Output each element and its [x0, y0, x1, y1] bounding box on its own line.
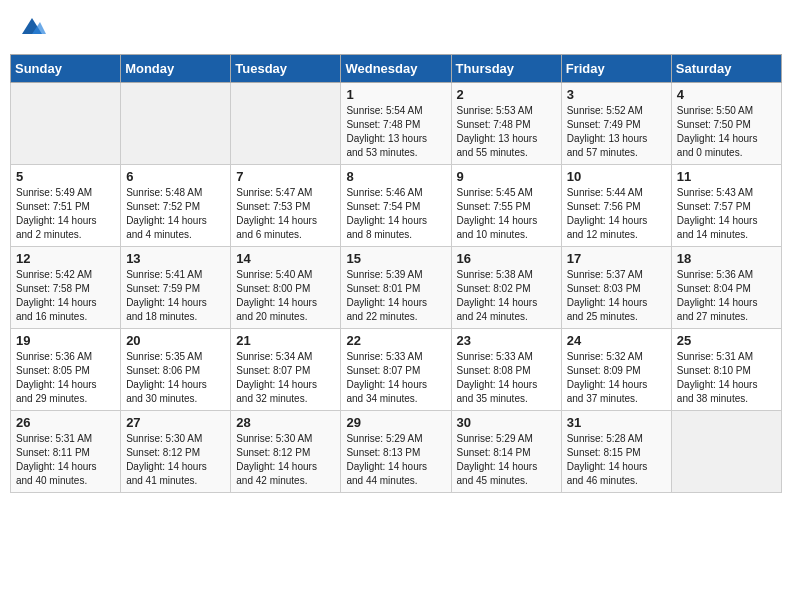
calendar-cell: 9Sunrise: 5:45 AMSunset: 7:55 PMDaylight…: [451, 165, 561, 247]
day-info: Sunrise: 5:29 AMSunset: 8:14 PMDaylight:…: [457, 432, 556, 488]
sunrise-text: Sunrise: 5:47 AM: [236, 187, 312, 198]
daylight-text: Daylight: 14 hours and 41 minutes.: [126, 461, 207, 486]
sunrise-text: Sunrise: 5:40 AM: [236, 269, 312, 280]
day-info: Sunrise: 5:39 AMSunset: 8:01 PMDaylight:…: [346, 268, 445, 324]
sunrise-text: Sunrise: 5:52 AM: [567, 105, 643, 116]
sunset-text: Sunset: 7:53 PM: [236, 201, 310, 212]
day-number: 7: [236, 169, 335, 184]
sunrise-text: Sunrise: 5:30 AM: [236, 433, 312, 444]
calendar-cell: 20Sunrise: 5:35 AMSunset: 8:06 PMDayligh…: [121, 329, 231, 411]
daylight-text: Daylight: 14 hours and 30 minutes.: [126, 379, 207, 404]
calendar-week-row: 1Sunrise: 5:54 AMSunset: 7:48 PMDaylight…: [11, 83, 782, 165]
daylight-text: Daylight: 14 hours and 42 minutes.: [236, 461, 317, 486]
sunset-text: Sunset: 8:14 PM: [457, 447, 531, 458]
day-info: Sunrise: 5:28 AMSunset: 8:15 PMDaylight:…: [567, 432, 666, 488]
calendar-cell: 22Sunrise: 5:33 AMSunset: 8:07 PMDayligh…: [341, 329, 451, 411]
day-number: 4: [677, 87, 776, 102]
daylight-text: Daylight: 14 hours and 10 minutes.: [457, 215, 538, 240]
page-header: [10, 10, 782, 46]
daylight-text: Daylight: 14 hours and 34 minutes.: [346, 379, 427, 404]
calendar-cell: 8Sunrise: 5:46 AMSunset: 7:54 PMDaylight…: [341, 165, 451, 247]
day-number: 3: [567, 87, 666, 102]
sunset-text: Sunset: 7:59 PM: [126, 283, 200, 294]
daylight-text: Daylight: 14 hours and 6 minutes.: [236, 215, 317, 240]
daylight-text: Daylight: 14 hours and 37 minutes.: [567, 379, 648, 404]
calendar-cell: 29Sunrise: 5:29 AMSunset: 8:13 PMDayligh…: [341, 411, 451, 493]
calendar-cell: 11Sunrise: 5:43 AMSunset: 7:57 PMDayligh…: [671, 165, 781, 247]
day-info: Sunrise: 5:36 AMSunset: 8:04 PMDaylight:…: [677, 268, 776, 324]
day-number: 24: [567, 333, 666, 348]
sunset-text: Sunset: 8:15 PM: [567, 447, 641, 458]
sunrise-text: Sunrise: 5:53 AM: [457, 105, 533, 116]
day-info: Sunrise: 5:43 AMSunset: 7:57 PMDaylight:…: [677, 186, 776, 242]
sunset-text: Sunset: 7:51 PM: [16, 201, 90, 212]
calendar-table: SundayMondayTuesdayWednesdayThursdayFrid…: [10, 54, 782, 493]
sunset-text: Sunset: 8:12 PM: [236, 447, 310, 458]
day-info: Sunrise: 5:36 AMSunset: 8:05 PMDaylight:…: [16, 350, 115, 406]
daylight-text: Daylight: 13 hours and 55 minutes.: [457, 133, 538, 158]
sunrise-text: Sunrise: 5:45 AM: [457, 187, 533, 198]
day-number: 31: [567, 415, 666, 430]
day-info: Sunrise: 5:37 AMSunset: 8:03 PMDaylight:…: [567, 268, 666, 324]
sunset-text: Sunset: 7:55 PM: [457, 201, 531, 212]
day-info: Sunrise: 5:46 AMSunset: 7:54 PMDaylight:…: [346, 186, 445, 242]
day-info: Sunrise: 5:38 AMSunset: 8:02 PMDaylight:…: [457, 268, 556, 324]
day-number: 14: [236, 251, 335, 266]
sunset-text: Sunset: 7:48 PM: [346, 119, 420, 130]
calendar-cell: [231, 83, 341, 165]
daylight-text: Daylight: 14 hours and 29 minutes.: [16, 379, 97, 404]
day-info: Sunrise: 5:30 AMSunset: 8:12 PMDaylight:…: [236, 432, 335, 488]
weekday-header: Monday: [121, 55, 231, 83]
calendar-cell: 28Sunrise: 5:30 AMSunset: 8:12 PMDayligh…: [231, 411, 341, 493]
daylight-text: Daylight: 14 hours and 18 minutes.: [126, 297, 207, 322]
day-info: Sunrise: 5:33 AMSunset: 8:08 PMDaylight:…: [457, 350, 556, 406]
day-number: 26: [16, 415, 115, 430]
sunrise-text: Sunrise: 5:32 AM: [567, 351, 643, 362]
day-number: 21: [236, 333, 335, 348]
daylight-text: Daylight: 14 hours and 22 minutes.: [346, 297, 427, 322]
day-info: Sunrise: 5:33 AMSunset: 8:07 PMDaylight:…: [346, 350, 445, 406]
day-number: 25: [677, 333, 776, 348]
day-number: 20: [126, 333, 225, 348]
weekday-header-row: SundayMondayTuesdayWednesdayThursdayFrid…: [11, 55, 782, 83]
daylight-text: Daylight: 14 hours and 44 minutes.: [346, 461, 427, 486]
day-info: Sunrise: 5:31 AMSunset: 8:11 PMDaylight:…: [16, 432, 115, 488]
sunrise-text: Sunrise: 5:36 AM: [16, 351, 92, 362]
sunset-text: Sunset: 8:04 PM: [677, 283, 751, 294]
sunset-text: Sunset: 7:54 PM: [346, 201, 420, 212]
daylight-text: Daylight: 14 hours and 25 minutes.: [567, 297, 648, 322]
sunrise-text: Sunrise: 5:37 AM: [567, 269, 643, 280]
daylight-text: Daylight: 13 hours and 57 minutes.: [567, 133, 648, 158]
sunset-text: Sunset: 8:08 PM: [457, 365, 531, 376]
daylight-text: Daylight: 14 hours and 16 minutes.: [16, 297, 97, 322]
daylight-text: Daylight: 14 hours and 4 minutes.: [126, 215, 207, 240]
calendar-cell: 21Sunrise: 5:34 AMSunset: 8:07 PMDayligh…: [231, 329, 341, 411]
weekday-header: Sunday: [11, 55, 121, 83]
sunrise-text: Sunrise: 5:35 AM: [126, 351, 202, 362]
sunrise-text: Sunrise: 5:29 AM: [457, 433, 533, 444]
day-info: Sunrise: 5:32 AMSunset: 8:09 PMDaylight:…: [567, 350, 666, 406]
calendar-cell: 14Sunrise: 5:40 AMSunset: 8:00 PMDayligh…: [231, 247, 341, 329]
weekday-header: Friday: [561, 55, 671, 83]
day-info: Sunrise: 5:34 AMSunset: 8:07 PMDaylight:…: [236, 350, 335, 406]
weekday-header: Saturday: [671, 55, 781, 83]
day-number: 23: [457, 333, 556, 348]
daylight-text: Daylight: 14 hours and 46 minutes.: [567, 461, 648, 486]
sunset-text: Sunset: 7:58 PM: [16, 283, 90, 294]
sunrise-text: Sunrise: 5:54 AM: [346, 105, 422, 116]
sunset-text: Sunset: 8:13 PM: [346, 447, 420, 458]
daylight-text: Daylight: 14 hours and 35 minutes.: [457, 379, 538, 404]
day-number: 15: [346, 251, 445, 266]
calendar-cell: 23Sunrise: 5:33 AMSunset: 8:08 PMDayligh…: [451, 329, 561, 411]
sunrise-text: Sunrise: 5:48 AM: [126, 187, 202, 198]
day-info: Sunrise: 5:49 AMSunset: 7:51 PMDaylight:…: [16, 186, 115, 242]
calendar-week-row: 12Sunrise: 5:42 AMSunset: 7:58 PMDayligh…: [11, 247, 782, 329]
daylight-text: Daylight: 14 hours and 38 minutes.: [677, 379, 758, 404]
sunset-text: Sunset: 7:48 PM: [457, 119, 531, 130]
sunrise-text: Sunrise: 5:39 AM: [346, 269, 422, 280]
day-number: 11: [677, 169, 776, 184]
day-number: 13: [126, 251, 225, 266]
day-number: 17: [567, 251, 666, 266]
day-info: Sunrise: 5:41 AMSunset: 7:59 PMDaylight:…: [126, 268, 225, 324]
daylight-text: Daylight: 14 hours and 24 minutes.: [457, 297, 538, 322]
